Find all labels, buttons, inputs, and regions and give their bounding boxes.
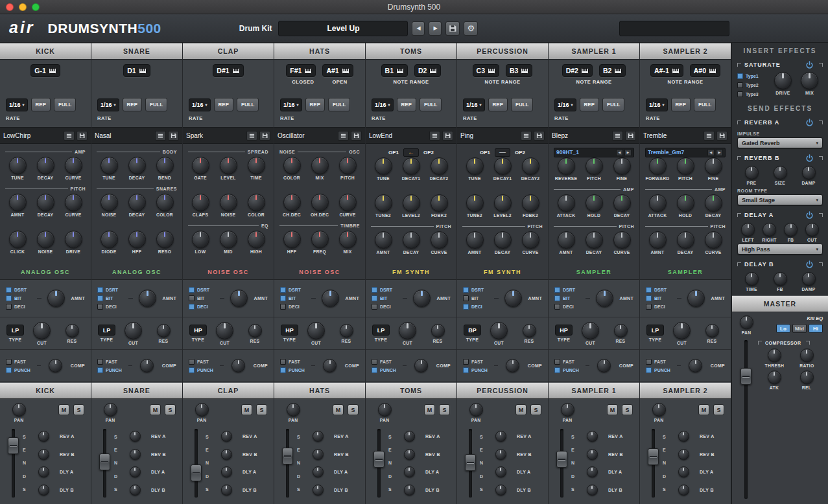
level-fader[interactable] [646, 428, 659, 499]
send-knob[interactable] [221, 431, 232, 442]
tune-knob[interactable] [375, 157, 392, 175]
save-kit-button[interactable] [445, 21, 460, 36]
next-sample-button[interactable]: ▶ [624, 149, 632, 156]
filter-res-knob[interactable] [248, 324, 262, 338]
zoom-button[interactable] [32, 3, 40, 11]
deci-checkbox[interactable] [97, 304, 103, 310]
curve-knob[interactable] [613, 231, 631, 249]
cut-knob[interactable] [805, 223, 819, 236]
pan-knob[interactable] [12, 403, 26, 417]
minimize-button[interactable] [19, 3, 27, 11]
note-button[interactable]: A#-1 [650, 64, 683, 77]
pre-knob[interactable] [745, 166, 759, 179]
dsrt-checkbox[interactable] [463, 287, 469, 293]
solo-button[interactable]: S [439, 404, 450, 415]
deci-checkbox[interactable] [189, 304, 195, 310]
filter-type-button[interactable]: HP [555, 325, 573, 336]
mute-button[interactable]: M [150, 404, 161, 415]
decay2-knob[interactable] [522, 157, 539, 175]
saturate-type-1-checkbox[interactable] [737, 73, 743, 79]
send-knob[interactable] [404, 466, 415, 477]
decay-knob[interactable] [128, 157, 146, 174]
pitch-knob[interactable] [586, 157, 603, 175]
mix-knob[interactable] [311, 157, 329, 174]
level-fader[interactable] [98, 428, 111, 499]
hpf-knob[interactable] [283, 231, 301, 248]
ch-dec-knob[interactable] [283, 194, 301, 211]
pan-knob[interactable] [469, 403, 483, 417]
filter-cutoff-knob[interactable] [399, 322, 416, 339]
amnt-knob[interactable] [466, 231, 484, 249]
bend-knob[interactable] [156, 157, 174, 174]
curve-knob[interactable] [65, 157, 82, 174]
curve-knob[interactable] [431, 231, 448, 249]
mid-knob[interactable] [220, 231, 237, 248]
note-button[interactable]: B1 [381, 64, 408, 77]
send-knob[interactable] [587, 431, 598, 442]
rate-select[interactable]: 1/16▾ [6, 98, 28, 111]
dist-amount-knob[interactable] [139, 290, 156, 307]
deci-checkbox[interactable] [463, 304, 469, 310]
mix-knob[interactable] [339, 231, 357, 248]
preset-save-button[interactable] [351, 131, 362, 141]
right-knob[interactable] [763, 223, 776, 236]
mute-button[interactable]: M [241, 404, 252, 415]
size-knob[interactable] [774, 166, 787, 179]
send-knob[interactable] [587, 466, 598, 477]
master-fader[interactable] [737, 339, 754, 500]
fdbk2-knob[interactable] [522, 194, 539, 212]
time-knob[interactable] [248, 157, 265, 174]
send-knob[interactable] [495, 466, 506, 477]
mute-button[interactable]: M [607, 404, 618, 415]
fader-handle[interactable] [373, 451, 384, 468]
hold-knob[interactable] [677, 194, 694, 212]
level-fader[interactable] [6, 428, 19, 499]
full-button[interactable]: FULL [694, 98, 716, 111]
damp-knob[interactable] [802, 166, 816, 179]
decay-knob[interactable] [37, 194, 54, 211]
comp-knob[interactable] [506, 359, 519, 372]
preset-save-button[interactable] [716, 131, 727, 141]
deci-checkbox[interactable] [554, 304, 560, 310]
level-fader[interactable] [372, 428, 385, 499]
full-button[interactable]: FULL [328, 98, 350, 111]
filter-type-button[interactable]: LP [372, 325, 390, 336]
master-pan-knob[interactable] [740, 315, 753, 329]
send-knob[interactable] [221, 449, 232, 460]
fast-checkbox[interactable] [6, 359, 12, 365]
note-button[interactable]: F#1 [286, 64, 316, 77]
decay-knob[interactable] [403, 231, 420, 249]
filter-type-button[interactable]: LP [646, 325, 664, 336]
bit-checkbox[interactable] [646, 295, 652, 301]
send-knob[interactable] [313, 466, 324, 477]
color-knob[interactable] [248, 194, 265, 211]
pan-knob[interactable] [652, 403, 666, 417]
bit-checkbox[interactable] [280, 295, 286, 301]
dsrt-checkbox[interactable] [646, 287, 652, 293]
pitch-knob[interactable] [677, 157, 694, 175]
mute-button[interactable]: M [424, 404, 435, 415]
send-knob[interactable] [495, 485, 506, 496]
damp-knob[interactable] [802, 272, 816, 286]
send-knob[interactable] [678, 431, 689, 442]
dist-amount-knob[interactable] [230, 290, 248, 307]
fader-handle[interactable] [648, 448, 659, 465]
click-knob[interactable] [9, 231, 27, 248]
attack-knob[interactable] [649, 194, 667, 212]
decay-knob[interactable] [705, 194, 722, 212]
send-knob[interactable] [130, 449, 141, 460]
decay-knob[interactable] [128, 194, 146, 211]
comp-knob[interactable] [140, 359, 154, 372]
filter-res-knob[interactable] [614, 324, 628, 338]
note-button[interactable]: C3 [473, 64, 499, 77]
comp-knob[interactable] [49, 359, 62, 372]
filter-res-knob[interactable] [523, 324, 536, 338]
level2-knob[interactable] [494, 194, 512, 212]
fader-handle[interactable] [740, 368, 751, 385]
oh-dec-knob[interactable] [311, 194, 329, 211]
operator-route-button[interactable]: ← [403, 148, 419, 157]
mute-button[interactable]: M [698, 404, 709, 415]
delay-a-power-button[interactable] [805, 211, 814, 220]
rate-select[interactable]: 1/16▾ [463, 98, 485, 111]
preset-menu-button[interactable] [521, 131, 532, 141]
